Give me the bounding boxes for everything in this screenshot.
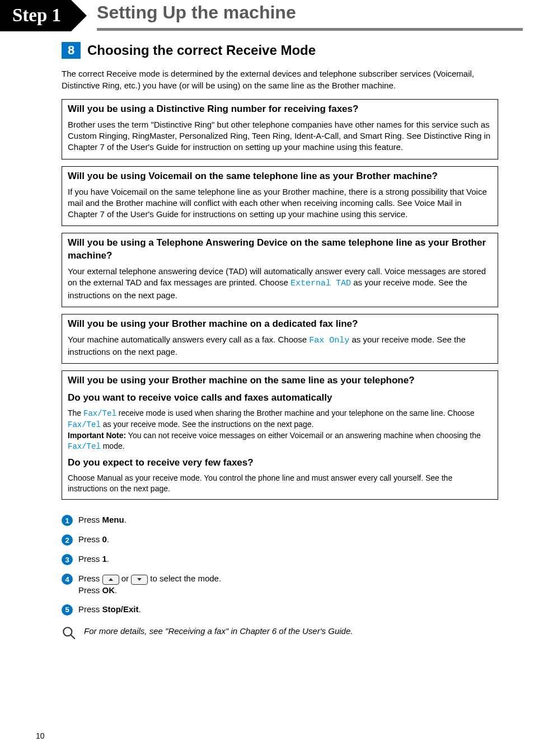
question-title: Will you be using Voicemail on the same … bbox=[68, 170, 492, 183]
reference-note: For more details, see "Receiving a fax" … bbox=[62, 626, 498, 643]
question-body: Brother uses the term "Distinctive Ring"… bbox=[68, 119, 492, 153]
key-1: 1 bbox=[102, 554, 107, 564]
question-body: Choose Manual as your receive mode. You … bbox=[68, 473, 492, 494]
section-title: Choosing the correct Receive Mode bbox=[87, 41, 316, 59]
mono-faxtel: Fax/Tel bbox=[68, 420, 101, 429]
question-body: If you have Voicemail on the same teleph… bbox=[68, 186, 492, 220]
question-title: Will you be using a Distinctive Ring num… bbox=[68, 103, 492, 116]
page-number: 10 bbox=[36, 731, 45, 741]
step-bullet-icon: 4 bbox=[62, 574, 73, 585]
page-header: Step 1 Setting Up the machine bbox=[0, 0, 534, 31]
text: You can not receive voice messages on ei… bbox=[126, 431, 481, 440]
text: or bbox=[119, 574, 132, 583]
arrow-down-icon bbox=[131, 575, 148, 585]
text: Press bbox=[78, 515, 102, 524]
page-title: Setting Up the machine bbox=[97, 1, 523, 25]
text: Press bbox=[78, 585, 102, 595]
text: as your receive mode. See the instructio… bbox=[101, 420, 314, 429]
text: to select the mode. bbox=[148, 574, 221, 583]
question-subtitle: Do you expect to receive very few faxes? bbox=[68, 457, 492, 469]
mono-faxtel: Fax/Tel bbox=[83, 409, 116, 418]
question-title: Will you be using your Brother machine o… bbox=[68, 374, 492, 387]
step-text: Press 0. bbox=[78, 534, 498, 545]
arrow-up-icon bbox=[102, 575, 119, 585]
question-box-tad: Will you be using a Telephone Answering … bbox=[62, 233, 498, 307]
step-3: 3 Press 1. bbox=[62, 553, 498, 565]
mono-faxtel: Fax/Tel bbox=[68, 442, 101, 451]
mono-fax-only: Fax Only bbox=[309, 336, 349, 345]
question-box-distinctive-ring: Will you be using a Distinctive Ring num… bbox=[62, 99, 498, 159]
procedure-steps: 1 Press Menu. 2 Press 0. 3 Press 1. 4 Pr… bbox=[62, 514, 498, 616]
key-stop-exit: Stop/Exit bbox=[102, 604, 139, 614]
section-intro: The correct Receive mode is determined b… bbox=[62, 68, 498, 91]
step-text: Press Stop/Exit. bbox=[78, 604, 498, 615]
svg-line-1 bbox=[71, 635, 75, 639]
text: Press bbox=[78, 574, 102, 583]
text: Press bbox=[78, 554, 102, 564]
question-title: Will you be using a Telephone Answering … bbox=[68, 237, 492, 262]
step-5: 5 Press Stop/Exit. bbox=[62, 604, 498, 616]
step-tab: Step 1 bbox=[0, 0, 71, 31]
question-box-voicemail: Will you be using Voicemail on the same … bbox=[62, 166, 498, 227]
step-bullet-icon: 5 bbox=[62, 604, 73, 616]
step-bullet-icon: 1 bbox=[62, 515, 73, 526]
key-menu: Menu bbox=[102, 515, 124, 524]
magnifying-glass-icon bbox=[62, 626, 76, 643]
question-title: Will you be using your Brother machine o… bbox=[68, 318, 492, 331]
key-0: 0 bbox=[102, 534, 107, 544]
section-heading: 8 Choosing the correct Receive Mode bbox=[62, 41, 498, 59]
text: Your machine automatically answers every… bbox=[68, 335, 309, 344]
key-ok: OK bbox=[102, 585, 115, 595]
mono-external-tad: External TAD bbox=[291, 279, 351, 288]
content-area: 8 Choosing the correct Receive Mode The … bbox=[0, 41, 534, 643]
question-box-dedicated-fax: Will you be using your Brother machine o… bbox=[62, 314, 498, 364]
svg-point-0 bbox=[63, 627, 72, 636]
section-number-box: 8 bbox=[62, 42, 81, 59]
text: Press bbox=[78, 534, 102, 544]
question-body: Your external telephone answering device… bbox=[68, 266, 492, 301]
step-1: 1 Press Menu. bbox=[62, 514, 498, 526]
question-box-same-line: Will you be using your Brother machine o… bbox=[62, 370, 498, 500]
step-2: 2 Press 0. bbox=[62, 534, 498, 546]
step-bullet-icon: 3 bbox=[62, 554, 73, 565]
text: . bbox=[107, 534, 109, 544]
step-text: Press or to select the mode. Press OK. bbox=[78, 573, 498, 596]
step-text: Press Menu. bbox=[78, 514, 498, 525]
text: Press bbox=[78, 604, 102, 614]
text: . bbox=[115, 585, 117, 595]
text: . bbox=[124, 515, 127, 524]
important-note-label: Important Note: bbox=[68, 431, 126, 440]
text: . bbox=[139, 604, 141, 614]
step-bullet-icon: 2 bbox=[62, 534, 73, 546]
question-subtitle: Do you want to receive voice calls and f… bbox=[68, 392, 492, 405]
text: receive mode is used when sharing the Br… bbox=[116, 408, 475, 417]
question-body: The Fax/Tel receive mode is used when sh… bbox=[68, 408, 492, 452]
reference-note-text: For more details, see "Receiving a fax" … bbox=[84, 626, 498, 637]
text: mode. bbox=[101, 442, 125, 450]
step-text: Press 1. bbox=[78, 553, 498, 565]
text: . bbox=[107, 554, 109, 564]
header-title-wrap: Setting Up the machine bbox=[97, 1, 523, 31]
chevron-right-icon bbox=[71, 0, 87, 31]
step-4: 4 Press or to select the mode. Press OK. bbox=[62, 573, 498, 596]
question-body: Your machine automatically answers every… bbox=[68, 334, 492, 358]
text: The bbox=[68, 408, 83, 417]
